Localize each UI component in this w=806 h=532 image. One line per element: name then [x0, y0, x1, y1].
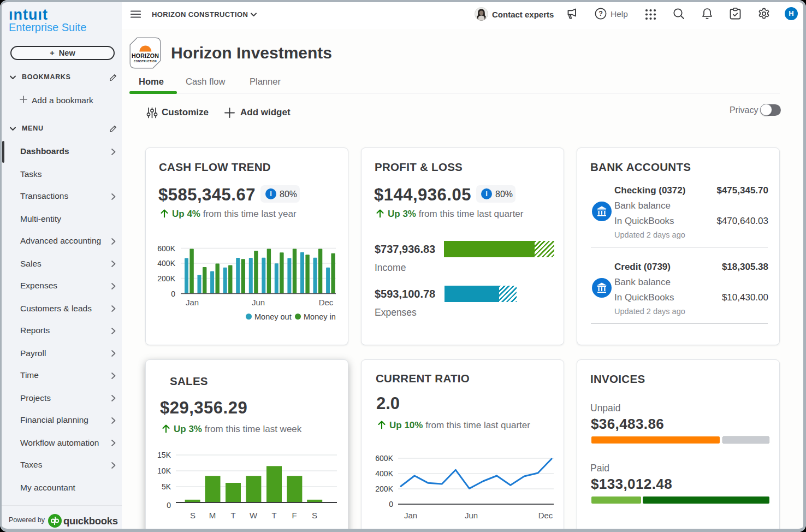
svg-text:200K: 200K — [157, 274, 175, 283]
svg-text:Jun: Jun — [465, 511, 478, 520]
svg-text:Jan: Jan — [186, 298, 199, 307]
svg-text:S: S — [312, 511, 317, 520]
svg-text:Dec: Dec — [538, 511, 553, 520]
svg-text:F: F — [292, 511, 297, 520]
svg-text:T: T — [271, 511, 276, 520]
svg-text:0: 0 — [167, 501, 171, 510]
svg-text:CONSTRUCTION: CONSTRUCTION — [134, 60, 157, 63]
svg-text:5K: 5K — [162, 482, 171, 491]
svg-text:400K: 400K — [157, 259, 175, 268]
svg-text:Dec: Dec — [319, 298, 334, 307]
svg-text:W: W — [250, 511, 258, 520]
svg-text:0: 0 — [171, 289, 175, 298]
svg-text:10K: 10K — [157, 466, 171, 475]
svg-text:15K: 15K — [157, 452, 171, 459]
svg-text:?: ? — [598, 10, 603, 17]
svg-text:400K: 400K — [375, 469, 393, 478]
svg-text:Jun: Jun — [252, 298, 265, 307]
svg-text:S: S — [190, 511, 195, 520]
svg-text:HORIZON: HORIZON — [132, 52, 159, 59]
svg-text:0: 0 — [389, 500, 393, 509]
svg-text:200K: 200K — [375, 484, 393, 493]
svg-text:M: M — [209, 511, 216, 520]
svg-text:600K: 600K — [157, 244, 175, 253]
svg-text:T: T — [230, 511, 235, 520]
svg-text:Jan: Jan — [404, 511, 417, 520]
svg-text:600K: 600K — [375, 454, 393, 463]
